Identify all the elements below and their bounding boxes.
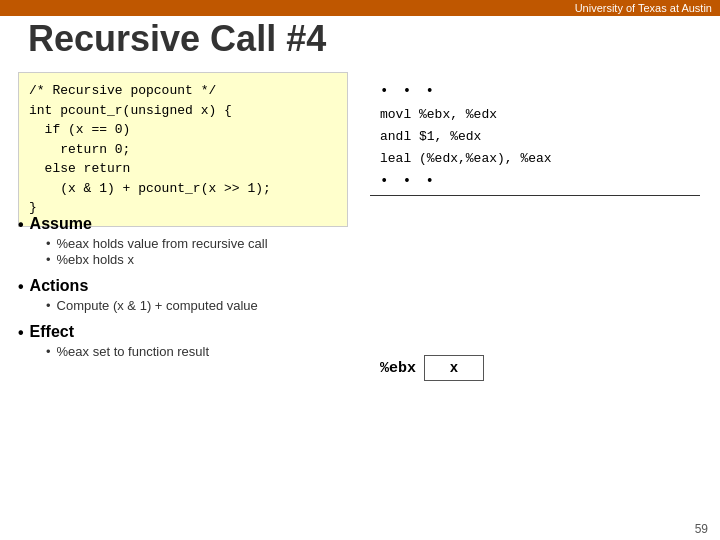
bullet-actions-label: Actions <box>30 277 89 295</box>
bullet-assume-sub1: • %eax holds value from recursive call <box>46 236 698 251</box>
asm-dots-bottom: • • • <box>380 170 700 194</box>
header-bar: University of Texas at Austin <box>0 0 720 16</box>
page-number: 59 <box>695 522 708 536</box>
bullet-actions: • Actions <box>18 277 698 296</box>
bullet-effect: • Effect <box>18 323 698 342</box>
code-line-5: else return <box>29 161 130 176</box>
code-line-4: return 0; <box>29 142 130 157</box>
header-text: University of Texas at Austin <box>575 2 712 14</box>
ebx-value-box: x <box>424 355 484 381</box>
ebx-container: %ebx x <box>380 355 484 381</box>
bullet-assume: • Assume <box>18 215 698 234</box>
page-title: Recursive Call #4 <box>28 18 326 60</box>
code-line-2: int pcount_r(unsigned x) { <box>29 103 232 118</box>
bullet-effect-sub1: • %eax set to function result <box>46 344 698 359</box>
asm-dots-top: • • • <box>380 80 700 104</box>
divider <box>370 195 700 196</box>
ebx-label: %ebx <box>380 360 416 377</box>
asm-line-3: leal (%edx,%eax), %eax <box>380 148 700 170</box>
code-line-7: } <box>29 200 37 215</box>
code-line-1: /* Recursive popcount */ <box>29 83 216 98</box>
asm-line-2: andl $1, %edx <box>380 126 700 148</box>
bullet-dot-assume: • <box>18 216 24 234</box>
assembly-block: • • • movl %ebx, %edx andl $1, %edx leal… <box>370 72 710 202</box>
code-line-3: if (x == 0) <box>29 122 130 137</box>
asm-line-1: movl %ebx, %edx <box>380 104 700 126</box>
bullet-dot-actions: • <box>18 278 24 296</box>
bullet-effect-label: Effect <box>30 323 74 341</box>
bullet-assume-label: Assume <box>30 215 92 233</box>
ebx-value: x <box>450 360 458 376</box>
code-block: /* Recursive popcount */ int pcount_r(un… <box>18 72 348 227</box>
bullet-dot-effect: • <box>18 324 24 342</box>
bullet-assume-sub2: • %ebx holds x <box>46 252 698 267</box>
bullet-actions-sub1: • Compute (x & 1) + computed value <box>46 298 698 313</box>
bullet-section: • Assume • %eax holds value from recursi… <box>18 215 698 360</box>
code-line-6: (x & 1) + pcount_r(x >> 1); <box>29 181 271 196</box>
